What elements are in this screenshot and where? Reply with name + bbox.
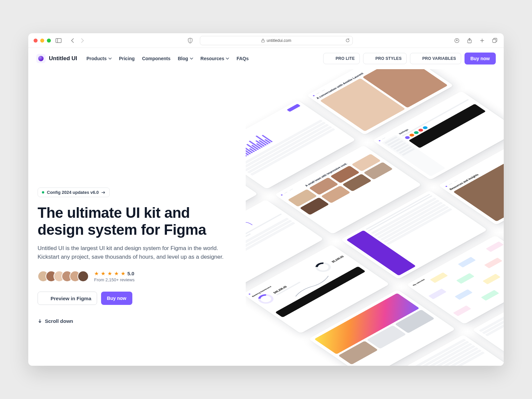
star-icon: ★ <box>114 270 119 277</box>
browser-chrome: untitledui.com <box>28 33 504 48</box>
header-buy-now-button[interactable]: Buy now <box>465 53 496 65</box>
new-tab-icon[interactable] <box>478 37 486 44</box>
svg-rect-3 <box>262 40 264 42</box>
reload-icon[interactable] <box>345 38 350 43</box>
svg-point-7 <box>330 56 331 57</box>
lock-icon <box>261 39 265 43</box>
reviewer-avatars <box>38 271 89 282</box>
browser-right-controls <box>453 37 498 44</box>
svg-point-18 <box>417 56 418 57</box>
minimize-window-icon[interactable] <box>40 39 44 43</box>
svg-rect-6 <box>493 39 496 43</box>
browser-window: untitledui.com Untitled U <box>28 33 504 366</box>
svg-point-22 <box>44 296 46 297</box>
url-bar[interactable]: untitledui.com <box>200 36 353 45</box>
svg-point-19 <box>416 58 417 59</box>
nav-label: FAQs <box>236 56 249 61</box>
review-score-value: 5.0 <box>127 271 134 276</box>
svg-point-26 <box>44 299 46 300</box>
chevron-down-icon <box>108 57 112 60</box>
svg-point-24 <box>44 297 46 298</box>
forward-icon[interactable] <box>79 37 86 44</box>
arrow-down-icon <box>38 319 42 324</box>
nav-item-faqs[interactable]: FAQs <box>236 56 249 61</box>
hero-preview-collage: —————— ———— ———— <box>246 48 504 366</box>
chip-pro-styles[interactable]: PRO STYLES <box>363 53 407 64</box>
page-content: Untitled UI Products Pricing Components … <box>28 48 504 366</box>
review-row: ★ ★ ★ ★ ★ 5.0 From 2,150+ reviews <box>38 270 253 282</box>
buy-now-button[interactable]: Buy now <box>101 292 132 305</box>
review-caption: From 2,150+ reviews <box>94 277 135 282</box>
svg-point-12 <box>369 56 370 57</box>
nav-label: Pricing <box>119 56 135 61</box>
svg-point-10 <box>331 58 332 59</box>
chevron-down-icon <box>190 57 193 60</box>
maximize-window-icon[interactable] <box>47 39 51 43</box>
status-dot-icon <box>42 191 44 194</box>
brand-name: Untitled UI <box>49 55 77 62</box>
hero-subtitle: Untitled UI is the largest UI kit and de… <box>38 244 224 261</box>
nav-label: Products <box>86 56 107 61</box>
star-icon: ★ <box>101 270 105 277</box>
traffic-lights <box>34 39 51 43</box>
hero-title-line: The ultimate UI kit and <box>38 204 190 221</box>
back-icon[interactable] <box>69 37 76 44</box>
svg-point-14 <box>369 58 370 59</box>
figma-icon <box>415 56 420 61</box>
svg-point-25 <box>46 297 47 298</box>
svg-point-8 <box>331 56 332 57</box>
tabs-overview-icon[interactable] <box>491 37 498 44</box>
chip-pro-variables[interactable]: PRO VARIABLES <box>410 53 461 64</box>
nav-item-components[interactable]: Components <box>142 56 171 61</box>
figma-icon <box>328 56 333 61</box>
logo-icon <box>36 54 46 63</box>
url-text: untitledui.com <box>267 38 291 43</box>
svg-point-9 <box>330 58 331 59</box>
nav-label: Resources <box>200 56 224 61</box>
button-label: Preview in Figma <box>51 296 91 301</box>
avatar <box>77 271 89 282</box>
review-score: ★ ★ ★ ★ ★ 5.0 From 2,150+ reviews <box>94 270 135 282</box>
chip-label: PRO STYLES <box>375 56 402 61</box>
mock-value: $5,240.00 <box>331 255 344 263</box>
nav-item-blog[interactable]: Blog <box>178 56 193 61</box>
main-nav: Products Pricing Components Blog Resourc… <box>86 56 249 61</box>
hero-title-line: design system for Figma <box>38 221 206 238</box>
svg-point-21 <box>416 59 417 60</box>
cta-row: Preview in Figma Buy now <box>38 292 253 305</box>
star-icon: ★ <box>121 270 125 277</box>
chevron-down-icon <box>226 57 229 60</box>
update-badge[interactable]: Config 2024 updates v6.0 <box>38 188 110 197</box>
figma-icon <box>43 295 48 301</box>
site-header: Untitled UI Products Pricing Components … <box>28 48 504 69</box>
sidebar-toggle-icon[interactable] <box>55 37 62 44</box>
nav-item-resources[interactable]: Resources <box>200 56 229 61</box>
svg-rect-0 <box>56 38 62 43</box>
share-icon[interactable] <box>466 37 473 44</box>
hero-left: Config 2024 updates v6.0 The ultimate UI… <box>28 48 266 366</box>
svg-point-16 <box>369 59 370 60</box>
header-right: PRO LITE PRO STYLES PRO VARIABLES Buy no… <box>323 53 496 65</box>
nav-label: Blog <box>178 56 188 61</box>
svg-point-23 <box>46 296 47 297</box>
brand-logo[interactable]: Untitled UI <box>36 54 77 63</box>
svg-point-17 <box>416 56 417 57</box>
chip-label: PRO LITE <box>335 56 355 61</box>
hero-title: The ultimate UI kit and design system fo… <box>38 204 253 238</box>
chip-pro-lite[interactable]: PRO LITE <box>323 53 360 64</box>
scroll-down-link[interactable]: Scroll down <box>38 318 253 324</box>
preview-figma-button[interactable]: Preview in Figma <box>38 292 97 305</box>
chip-label: PRO VARIABLES <box>422 56 456 61</box>
nav-item-products[interactable]: Products <box>86 56 112 61</box>
arrow-right-icon <box>101 191 105 194</box>
star-icon: ★ <box>94 270 99 277</box>
svg-point-15 <box>370 58 371 59</box>
nav-item-pricing[interactable]: Pricing <box>119 56 135 61</box>
shield-icon[interactable] <box>187 37 194 44</box>
badge-text: Config 2024 updates v6.0 <box>47 190 99 195</box>
close-window-icon[interactable] <box>34 39 38 43</box>
svg-point-20 <box>417 58 418 59</box>
download-icon[interactable] <box>453 37 461 44</box>
figma-icon <box>368 56 373 61</box>
browser-nav-buttons <box>69 37 86 44</box>
